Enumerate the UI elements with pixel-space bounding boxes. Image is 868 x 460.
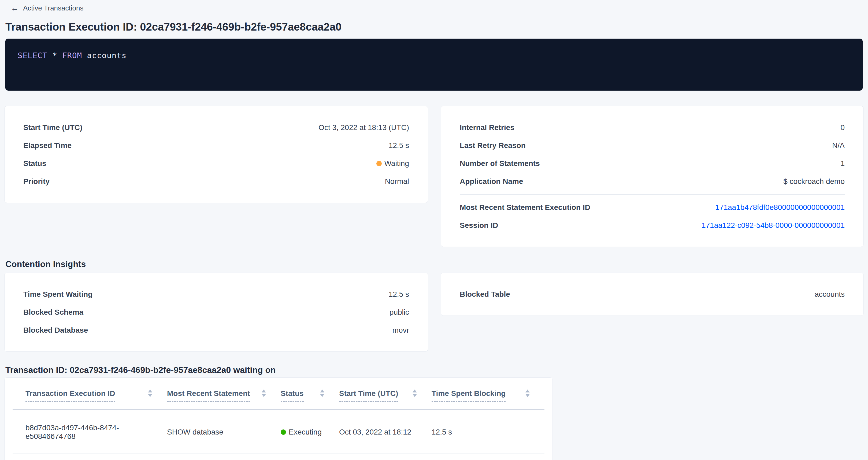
blocked-schema-label: Blocked Schema	[23, 308, 83, 316]
priority-label: Priority	[23, 177, 50, 186]
sort-arrows-icon[interactable]	[525, 390, 530, 397]
summary-row-start-time: Start Time (UTC) Oct 3, 2022 at 18:13 (U…	[23, 119, 409, 136]
start-time-label: Start Time (UTC)	[23, 123, 82, 132]
elapsed-time-value: 12.5 s	[389, 141, 409, 150]
waiting-on-table: Transaction Execution ID Most Recent Sta…	[12, 378, 545, 454]
contention-row-blocked-table: Blocked Table accounts	[460, 285, 845, 303]
back-arrow-icon: ←	[11, 4, 19, 12]
status-column-label: Status	[281, 389, 304, 402]
status-label: Status	[23, 159, 46, 168]
page-title: Transaction Execution ID: 02ca7931-f246-…	[5, 20, 864, 33]
sort-arrows-icon[interactable]	[320, 390, 324, 397]
back-link-label: Active Transactions	[23, 4, 83, 12]
most-recent-statement-column-label: Most Recent Statement	[167, 389, 250, 402]
statement-execution-id-link[interactable]: 171aa1b478fdf0e80000000000000001	[715, 203, 845, 212]
summary-row-status: Status Waiting	[23, 154, 409, 172]
internal-retries-value: 0	[840, 123, 845, 132]
sql-keyword-from: FROM	[62, 51, 82, 60]
details-row-application-name: Application Name $ cockroach demo	[460, 172, 845, 190]
waiting-on-table-card: Transaction Execution ID Most Recent Sta…	[4, 377, 553, 460]
elapsed-time-label: Elapsed Time	[23, 141, 71, 150]
status-waiting-text: Waiting	[384, 159, 409, 168]
column-header-time-spent-blocking[interactable]: Time Spent Blocking	[432, 378, 545, 409]
blocked-table-label: Blocked Table	[460, 290, 510, 299]
time-spent-waiting-label: Time Spent Waiting	[23, 290, 92, 299]
time-spent-waiting-value: 12.5 s	[389, 290, 409, 299]
card-divider	[460, 194, 845, 195]
column-header-most-recent-statement[interactable]: Most Recent Statement	[167, 378, 281, 409]
cell-start-time: Oct 03, 2022 at 18:12	[339, 409, 432, 454]
status-executing-dot-icon	[281, 429, 286, 435]
application-name-label: Application Name	[460, 177, 523, 186]
sql-statement-box: SELECT * FROM accounts	[5, 39, 863, 91]
session-id-label: Session ID	[460, 221, 498, 230]
contention-cards-row: Time Spent Waiting 12.5 s Blocked Schema…	[4, 273, 864, 352]
column-header-transaction-execution-id[interactable]: Transaction Execution ID	[12, 378, 167, 409]
start-time-column-label: Start Time (UTC)	[339, 389, 398, 402]
blocked-table-value: accounts	[815, 290, 845, 299]
details-row-session-id: Session ID 171aa122-c092-54b8-0000-00000…	[460, 216, 845, 234]
blocked-database-label: Blocked Database	[23, 326, 88, 335]
last-retry-reason-value: N/A	[832, 141, 845, 150]
sql-operator: *	[48, 51, 62, 60]
transaction-summary-card: Start Time (UTC) Oct 3, 2022 at 18:13 (U…	[4, 106, 428, 203]
blocked-schema-value: public	[390, 308, 409, 316]
table-header-row: Transaction Execution ID Most Recent Sta…	[12, 378, 545, 409]
contention-insights-heading: Contention Insights	[5, 259, 864, 269]
priority-value: Normal	[385, 177, 409, 186]
session-id-link[interactable]: 171aa122-c092-54b8-0000-000000000001	[702, 221, 845, 230]
details-row-internal-retries: Internal Retries 0	[460, 119, 845, 136]
blocked-database-value: movr	[393, 326, 409, 335]
number-of-statements-value: 1	[840, 159, 845, 168]
details-row-statement-execution-id: Most Recent Statement Execution ID 171aa…	[460, 198, 845, 216]
cell-transaction-execution-id: b8d7d03a-d497-446b-8474-e50846674768	[12, 409, 167, 454]
transaction-execution-id-column-label: Transaction Execution ID	[26, 389, 115, 402]
cell-time-spent-blocking: 12.5 s	[432, 409, 545, 454]
back-link[interactable]: ← Active Transactions	[11, 4, 83, 12]
sort-arrows-icon[interactable]	[412, 390, 417, 397]
details-row-last-retry-reason: Last Retry Reason N/A	[460, 136, 845, 154]
last-retry-reason-label: Last Retry Reason	[460, 141, 526, 150]
contention-row-blocked-database: Blocked Database movr	[23, 321, 409, 339]
table-row: b8d7d03a-d497-446b-8474-e50846674768 SHO…	[12, 409, 545, 454]
summary-cards-row: Start Time (UTC) Oct 3, 2022 at 18:13 (U…	[4, 106, 864, 247]
contention-right-card: Blocked Table accounts	[441, 273, 864, 316]
status-executing-text: Executing	[289, 428, 322, 436]
summary-row-priority: Priority Normal	[23, 172, 409, 190]
contention-row-blocked-schema: Blocked Schema public	[23, 303, 409, 321]
details-row-number-of-statements: Number of Statements 1	[460, 154, 845, 172]
summary-row-elapsed-time: Elapsed Time 12.5 s	[23, 136, 409, 154]
waiting-on-heading: Transaction ID: 02ca7931-f246-469b-b2fe-…	[5, 365, 864, 375]
time-spent-blocking-column-label: Time Spent Blocking	[432, 389, 505, 402]
start-time-value: Oct 3, 2022 at 18:13 (UTC)	[318, 123, 409, 132]
contention-row-time-spent-waiting: Time Spent Waiting 12.5 s	[23, 285, 409, 303]
application-name-value: $ cockroach demo	[783, 177, 845, 186]
internal-retries-label: Internal Retries	[460, 123, 515, 132]
number-of-statements-label: Number of Statements	[460, 159, 540, 168]
sql-table-name: accounts	[82, 51, 127, 60]
column-header-start-time[interactable]: Start Time (UTC)	[339, 378, 432, 409]
status-value: Waiting	[376, 159, 409, 168]
cell-status: Executing	[281, 409, 339, 454]
sort-arrows-icon[interactable]	[261, 390, 266, 397]
column-header-status[interactable]: Status	[281, 378, 339, 409]
statement-execution-id-label: Most Recent Statement Execution ID	[460, 203, 590, 212]
status-waiting-dot-icon	[376, 161, 382, 166]
sql-keyword-select: SELECT	[18, 51, 48, 60]
sort-arrows-icon[interactable]	[148, 390, 152, 397]
cell-most-recent-statement: SHOW database	[167, 409, 281, 454]
contention-left-card: Time Spent Waiting 12.5 s Blocked Schema…	[4, 273, 428, 352]
transaction-details-card: Internal Retries 0 Last Retry Reason N/A…	[441, 106, 864, 247]
